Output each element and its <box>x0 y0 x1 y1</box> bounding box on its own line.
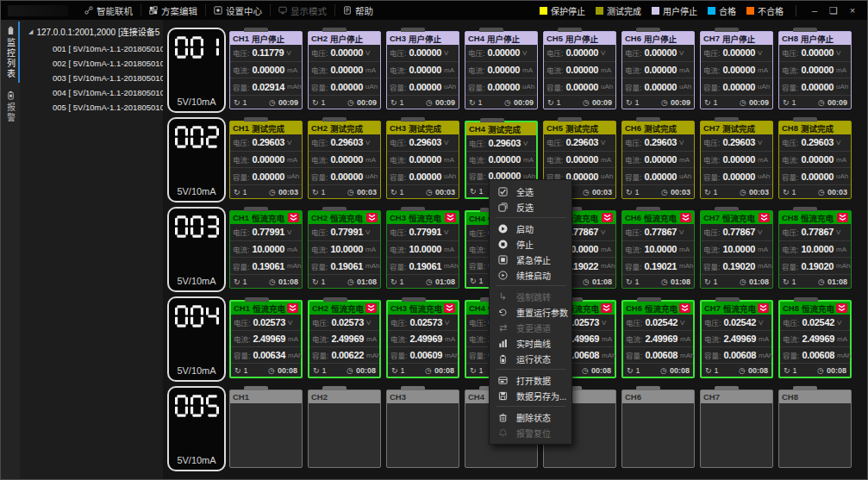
context-menu-item-14[interactable]: 删除状态 <box>490 409 571 425</box>
channel-card-005-ch8[interactable]: CH8 <box>778 390 852 468</box>
tree-root-node[interactable]: ◢ 127.0.0.1:2001,2000 [连接设备5 台] <box>20 20 163 41</box>
channel-card-001-ch6[interactable]: CH6用户停止电压:0.00000V电流:0.00000mA容量:0.00000… <box>621 31 695 109</box>
channel-header: CH7恒流充电 <box>702 302 771 315</box>
capacity-row: 容量:0.00000uAh <box>622 78 694 96</box>
channel-card-005-ch6[interactable]: CH6 <box>621 390 695 468</box>
current-row: 电流:2.49969mA <box>780 331 850 347</box>
channel-card-005-ch2[interactable]: CH2 <box>308 390 381 468</box>
channel-card-002-ch8[interactable]: CH8测试完成电压:0.29603V电流:0.00000mA容量:0.00000… <box>778 121 852 199</box>
channel-card-004-ch8[interactable]: CH8恒流充电电压:0.02542V电流:2.49969mA容量:0.00608… <box>778 300 852 378</box>
channel-card-002-ch2[interactable]: CH2测试完成电压:0.29603V电流:0.00000mA容量:0.00000… <box>308 121 381 199</box>
channel-card-003-ch3[interactable]: CH3恒流充电电压:0.77991V电流:10.0000mA容量:0.19061… <box>386 210 459 289</box>
tree-device-node-2[interactable]: 002 [ 5V/10mA-1.1-20180501002 ] <box>20 56 163 71</box>
loop-count: 1 <box>635 98 640 107</box>
channel-card-001-ch4[interactable]: CH4用户停止电压:0.00000V电流:0.00000mA容量:0.00000… <box>465 31 538 109</box>
channel-card-002-ch7[interactable]: CH7测试完成电压:0.29603V电流:0.00000mA容量:0.00000… <box>700 121 773 199</box>
context-menu-item-1[interactable]: 全选 <box>490 184 571 199</box>
invert-select-icon <box>498 203 508 212</box>
loop-count: 1 <box>479 366 484 375</box>
channel-card-001-ch1[interactable]: CH1用户停止电压:0.11779V电流:0.00000mA容量:0.02914… <box>229 31 303 109</box>
charging-icon <box>288 213 299 222</box>
tree-device-node-4[interactable]: 004 [ 5V/10mA-1.1-20180501004 ] <box>20 85 163 100</box>
tree-device-node-1[interactable]: 001 [ 5V/10mA-1.1-20180501001 ] <box>20 41 163 56</box>
context-menu-item-7[interactable]: ↳强制跳转 <box>490 289 571 304</box>
context-menu-item-11[interactable]: 运行状态 <box>490 351 571 366</box>
clock-icon: ◷ <box>740 188 746 196</box>
battery-terminal-nub <box>636 28 660 32</box>
minimize-button[interactable]: – <box>805 5 824 16</box>
loop-count: 1 <box>714 188 718 196</box>
context-menu-item-12[interactable]: 打开数据 <box>490 372 571 388</box>
channel-card-004-ch2[interactable]: CH2恒流充电电压:0.02573V电流:2.49969mA容量:0.00622… <box>308 300 381 378</box>
menu-item-3[interactable]: 设置中心 <box>205 4 270 16</box>
channel-card-002-ch6[interactable]: CH6测试完成电压:0.29603V电流:0.00000mA容量:0.00000… <box>621 121 695 199</box>
channel-card-003-ch1[interactable]: CH1恒流充电电压:0.77991V电流:10.0000mA容量:0.19061… <box>229 210 303 289</box>
context-menu-item-15[interactable]: 报警复位 <box>490 425 571 440</box>
close-button[interactable]: × <box>843 5 862 16</box>
tree-device-node-3[interactable]: 003 [ 5V/10mA-1.1-20180501003 ] <box>20 71 163 85</box>
channel-card-003-ch7[interactable]: CH7恒流充电电压:0.77867V电流:10.0000mA容量:0.19020… <box>700 210 773 289</box>
tree-expander-icon[interactable]: ◢ <box>28 28 33 35</box>
battery-terminal-nub <box>401 28 425 32</box>
channel-name: CH8 <box>783 303 799 313</box>
legend-item: 不合格 <box>746 4 784 17</box>
menu-item-1[interactable]: 智能联机 <box>77 4 141 16</box>
channel-card-004-ch3[interactable]: CH3恒流充电电压:0.02573V电流:2.49969mA容量:0.00609… <box>386 300 459 378</box>
channel-status: 恒流充电 <box>409 212 441 224</box>
channel-card-004-ch7[interactable]: CH7恒流充电电压:0.02542V电流:2.49969mA容量:0.00608… <box>700 300 773 378</box>
channel-values: 电压:0.00000V电流:0.00000mA容量:0.00000uAh <box>309 45 380 96</box>
side-tab-2[interactable]: 报警 <box>1 84 20 128</box>
context-menu-item-9[interactable]: ⇄变更通道 <box>490 320 571 335</box>
channel-footer: ↻1◷00:09 <box>622 96 694 109</box>
device-number-panel-005[interactable]: 5V/10mA <box>167 386 226 471</box>
context-menu-item-4[interactable]: 停止 <box>490 236 571 252</box>
menu-item-4[interactable]: 显示模式 <box>270 4 334 16</box>
channel-card-005-ch1[interactable]: CH1 <box>229 390 303 468</box>
elapsed-time: 00:09 <box>278 98 298 107</box>
device-number-panel-003[interactable]: 5V/10mA <box>167 207 226 292</box>
context-menu-item-label: 运行状态 <box>516 352 551 365</box>
channel-card-003-ch8[interactable]: CH8恒流充电电压:0.77867V电流:10.0000mA容量:0.19020… <box>778 210 852 289</box>
channel-card-001-ch3[interactable]: CH3用户停止电压:0.00000V电流:0.00000mA容量:0.00000… <box>386 31 459 109</box>
loop-icon: ↻ <box>783 98 790 107</box>
device-number-panel-004[interactable]: 5V/10mA <box>167 296 226 382</box>
menu-item-2[interactable]: 方案编辑 <box>141 4 205 16</box>
battery-terminal-nub <box>322 207 347 211</box>
context-menu-item-13[interactable]: 数据另存为... <box>490 388 571 403</box>
channel-card-005-ch7[interactable]: CH7 <box>700 390 773 468</box>
channel-values: 电压:0.77991V电流:10.0000mA容量:0.19061mAh <box>387 224 459 275</box>
channel-card-002-ch1[interactable]: CH1测试完成电压:0.29603V电流:0.00000mA容量:0.00000… <box>229 121 303 199</box>
channel-card-001-ch5[interactable]: CH5用户停止电压:0.00000V电流:0.00000mA容量:0.00000… <box>543 31 616 109</box>
context-menu-item-2[interactable]: 反选 <box>490 199 571 215</box>
channel-card-001-ch7[interactable]: CH7用户停止电压:0.00000V电流:0.00000mA容量:0.00000… <box>700 31 773 109</box>
connect-icon <box>84 6 93 15</box>
voltage-row: 电压:0.02542V <box>702 315 771 331</box>
channel-card-002-ch3[interactable]: CH3测试完成电压:0.29603V电流:0.00000mA容量:0.00000… <box>386 121 459 199</box>
channel-card-003-ch6[interactable]: CH6恒流充电电压:0.77867V电流:10.0000mA容量:0.19021… <box>621 210 695 289</box>
channel-card-004-ch1[interactable]: CH1恒流充电电压:0.02573V电流:2.49969mA容量:0.00634… <box>229 300 303 378</box>
channel-values: 电压:0.00000V电流:0.00000mA容量:0.00000uAh <box>465 45 537 96</box>
channel-card-001-ch2[interactable]: CH2用户停止电压:0.00000V电流:0.00000mA容量:0.00000… <box>308 31 381 109</box>
tree-device-node-5[interactable]: 005 [ 5V/10mA-1.1-20180501005 ] <box>20 100 163 115</box>
side-tab-1[interactable]: 监控列表 <box>1 20 20 84</box>
battery-terminal-nub <box>793 386 817 390</box>
context-menu-item-6[interactable]: 续接启动 <box>490 267 571 283</box>
channel-card-003-ch2[interactable]: CH2恒流充电电压:0.77991V电流:10.0000mA容量:0.19061… <box>308 210 381 289</box>
device-number-panel-001[interactable]: 5V/10mA <box>167 28 226 113</box>
clock-icon: ◷ <box>583 98 590 107</box>
channel-card-005-ch3[interactable]: CH3 <box>386 390 459 468</box>
channel-name: CH3 <box>390 123 406 133</box>
context-menu-item-10[interactable]: 实时曲线 <box>490 335 571 351</box>
channel-status: 测试完成 <box>330 122 363 134</box>
restore-button[interactable]: ❏ <box>824 5 843 16</box>
channel-card-004-ch6[interactable]: CH6恒流充电电压:0.02542V电流:2.49969mA容量:0.00608… <box>621 300 695 378</box>
capacity-row: 容量:0.00000uAh <box>701 168 772 185</box>
device-number-panel-002[interactable]: 5V/10mA <box>167 117 226 203</box>
menu-item-5[interactable]: 帮助 <box>334 4 381 16</box>
context-menu-item-8[interactable]: 重置运行参数 <box>490 304 571 320</box>
context-menu-item-5[interactable]: 紧急停止 <box>490 252 571 267</box>
channel-footer: ↻1◷01:08 <box>387 275 459 288</box>
context-menu-item-3[interactable]: 启动 <box>490 221 571 236</box>
elapsed-time: 00:09 <box>357 98 377 107</box>
channel-card-001-ch8[interactable]: CH8用户停止电压:0.00000V电流:0.00000mA容量:0.00000… <box>778 31 852 109</box>
